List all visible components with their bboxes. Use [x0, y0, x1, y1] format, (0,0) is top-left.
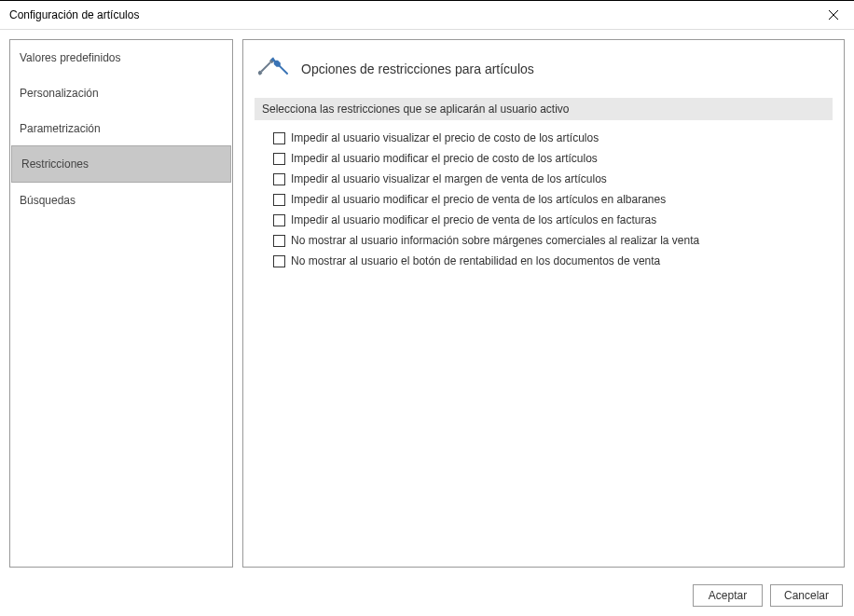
section-header: Selecciona las restricciones que se apli…	[255, 98, 833, 120]
checkbox-row: Impedir al usuario modificar el precio d…	[273, 193, 833, 206]
sidebar-item-label: Personalización	[20, 87, 99, 100]
checkbox-label: No mostrar al usuario el botón de rentab…	[291, 254, 660, 267]
sidebar-item-restricciones[interactable]: Restricciones	[11, 145, 231, 183]
checkbox-row: No mostrar al usuario información sobre …	[273, 234, 833, 247]
checkbox-prevent-view-sales-margin[interactable]	[273, 173, 285, 185]
checkbox-label: Impedir al usuario visualizar el margen …	[291, 172, 607, 185]
sidebar-item-personalizacion[interactable]: Personalización	[10, 75, 232, 111]
svg-rect-3	[261, 62, 271, 72]
accept-button[interactable]: Aceptar	[693, 584, 763, 607]
checkbox-row: Impedir al usuario modificar el precio d…	[273, 213, 833, 226]
checkbox-row: Impedir al usuario visualizar el precio …	[273, 131, 833, 144]
checkbox-hide-commercial-margins-info[interactable]	[273, 235, 285, 247]
sidebar-item-label: Parametrización	[20, 122, 101, 135]
sidebar-item-label: Restricciones	[21, 157, 89, 171]
checkbox-row: Impedir al usuario visualizar el margen …	[273, 172, 833, 185]
content-panel: Opciones de restricciones para artículos…	[242, 39, 845, 568]
checkbox-label: No mostrar al usuario información sobre …	[291, 234, 699, 247]
checkbox-prevent-view-cost-price[interactable]	[273, 132, 285, 144]
main-area: Valores predefinidos Personalización Par…	[0, 30, 854, 577]
sidebar: Valores predefinidos Personalización Par…	[9, 39, 233, 568]
close-icon	[829, 10, 838, 20]
sidebar-item-parametrizacion[interactable]: Parametrización	[10, 111, 232, 146]
checkbox-prevent-modify-cost-price[interactable]	[273, 153, 285, 165]
checkbox-prevent-modify-sale-price-albaranes[interactable]	[273, 194, 285, 206]
sidebar-item-busquedas[interactable]: Búsquedas	[10, 183, 232, 218]
checkbox-label: Impedir al usuario modificar el precio d…	[291, 193, 666, 206]
checkbox-row: Impedir al usuario modificar el precio d…	[273, 152, 833, 165]
panel-header: Opciones de restricciones para artículos	[255, 54, 833, 84]
checkbox-label: Impedir al usuario modificar el precio d…	[291, 152, 598, 165]
checkbox-list: Impedir al usuario visualizar el precio …	[255, 131, 833, 267]
sidebar-item-label: Valores predefinidos	[20, 51, 121, 64]
button-bar: Aceptar Cancelar	[0, 577, 854, 616]
panel-title: Opciones de restricciones para artículos	[301, 62, 534, 76]
checkbox-prevent-modify-sale-price-facturas[interactable]	[273, 214, 285, 226]
titlebar: Configuración de artículos	[0, 1, 854, 30]
checkbox-row: No mostrar al usuario el botón de rentab…	[273, 254, 833, 267]
checkbox-label: Impedir al usuario modificar el precio d…	[291, 213, 656, 226]
sidebar-item-valores-predefinidos[interactable]: Valores predefinidos	[10, 40, 232, 75]
tools-icon	[258, 54, 288, 84]
window-title: Configuración de artículos	[9, 8, 139, 21]
sidebar-item-label: Búsquedas	[20, 194, 76, 207]
checkbox-hide-profitability-button[interactable]	[273, 255, 285, 267]
dialog-window: Configuración de artículos Valores prede…	[0, 0, 854, 616]
cancel-button[interactable]: Cancelar	[770, 584, 843, 607]
close-button[interactable]	[812, 1, 854, 29]
checkbox-label: Impedir al usuario visualizar el precio …	[291, 131, 599, 144]
